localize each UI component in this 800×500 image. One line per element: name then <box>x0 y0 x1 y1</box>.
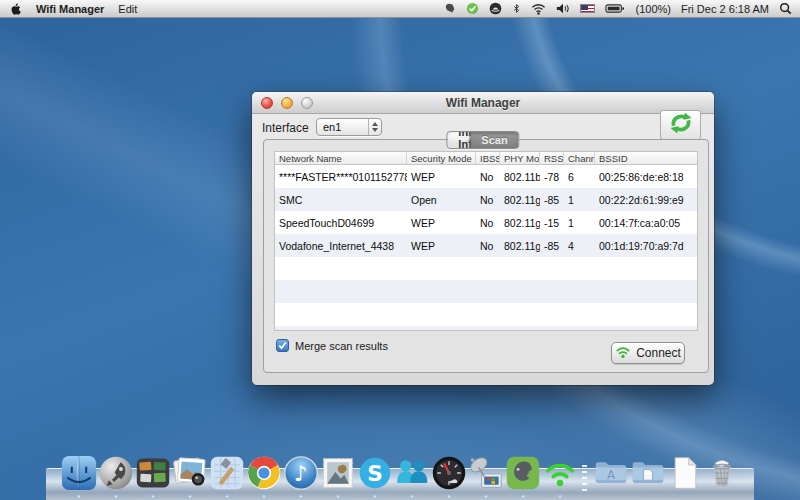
column-header[interactable]: RSSI <box>540 152 564 164</box>
us-flag-icon[interactable] <box>580 4 595 13</box>
table-cell-channel: 1 <box>564 211 595 234</box>
table-cell-rssi: -78 <box>540 165 564 188</box>
wifi-manager-icon[interactable] <box>542 455 578 491</box>
tab-interface-info[interactable]: Interface Info <box>447 132 470 144</box>
refresh-icon <box>668 111 694 139</box>
table-cell-channel: 6 <box>564 165 595 188</box>
table-empty-rows <box>275 257 697 330</box>
table-cell-bssid: 00:25:86:de:e8:18 <box>595 165 698 188</box>
table-cell-phy: 802.11g <box>500 211 540 234</box>
table-cell-security: WEP <box>407 211 476 234</box>
column-header[interactable]: IBSS <box>476 152 500 164</box>
scan-table: Network NameSecurity ModeIBSSPHY ModeRSS… <box>274 151 698 331</box>
table-cell-rssi: -15 <box>540 211 564 234</box>
svg-text:S: S <box>367 461 383 486</box>
skype-icon[interactable]: S <box>357 455 393 491</box>
column-header[interactable]: Security Mode <box>407 152 476 164</box>
table-cell-name: SMC <box>275 188 407 211</box>
launchpad-icon[interactable] <box>98 455 134 491</box>
window-title: Wifi Manager <box>446 96 521 110</box>
table-header-row: Network NameSecurity ModeIBSSPHY ModeRSS… <box>275 152 697 165</box>
table-cell-security: WEP <box>407 234 476 257</box>
applications-folder-icon[interactable]: A <box>593 455 629 491</box>
xcode-icon[interactable] <box>209 455 245 491</box>
green-check-status-icon[interactable] <box>466 2 479 15</box>
window-titlebar[interactable]: Wifi Manager <box>252 92 714 114</box>
mail-icon[interactable] <box>320 455 356 491</box>
table-row[interactable]: SMCOpenNo802.11g-85100:22:2d:61:99:e9 <box>275 188 697 211</box>
wifi-green-icon <box>615 345 631 362</box>
table-cell-channel: 4 <box>564 234 595 257</box>
merge-scan-label: Merge scan results <box>295 340 388 352</box>
evernote-status-icon[interactable] <box>443 2 456 15</box>
dock-items: ♪SA <box>0 455 800 491</box>
svg-text:A: A <box>607 468 615 482</box>
table-cell-ibss: No <box>476 234 500 257</box>
finder-icon[interactable] <box>61 455 97 491</box>
edit-menu[interactable]: Edit <box>118 3 137 15</box>
table-row[interactable]: SpeedTouchD04699WEPNo802.11g-15100:14:7f… <box>275 211 697 234</box>
documents-folder-icon[interactable] <box>630 455 666 491</box>
table-cell-phy: 802.11g <box>500 234 540 257</box>
table-cell-bssid: 00:22:2d:61:99:e9 <box>595 188 698 211</box>
rescan-button[interactable] <box>660 110 701 140</box>
table-cell-channel: 1 <box>564 188 595 211</box>
volume-icon[interactable] <box>556 3 570 14</box>
svg-text:♪: ♪ <box>294 461 308 486</box>
itunes-icon[interactable]: ♪ <box>283 455 319 491</box>
table-cell-bssid: 00:14:7f:ca:a0:05 <box>595 211 698 234</box>
wifi-icon[interactable] <box>531 3 546 15</box>
close-button[interactable] <box>261 97 273 109</box>
apple-menu[interactable] <box>10 2 22 16</box>
wifi-manager-window: Wifi Manager Interface en1 Interface Inf… <box>252 92 714 385</box>
table-cell-ibss: No <box>476 165 500 188</box>
dashboard-icon[interactable] <box>431 455 467 491</box>
table-cell-ibss: No <box>476 211 500 234</box>
table-cell-ibss: No <box>476 188 500 211</box>
menu-bar: Wifi Manager Edit (100%) Fri Dec 2 6:18 … <box>0 0 800 18</box>
table-body: ****FASTER****0101152778WEPNo802.11b-786… <box>275 165 697 330</box>
menu-clock[interactable]: Fri Dec 2 6:18 AM <box>681 3 769 15</box>
merge-scan-checkbox[interactable] <box>276 339 289 352</box>
remote-desktop-icon[interactable] <box>468 455 504 491</box>
dock-separator <box>581 465 590 491</box>
column-header[interactable]: PHY Mode <box>500 152 540 164</box>
iphoto-icon[interactable] <box>172 455 208 491</box>
table-cell-name: Vodafone_Internet_4438 <box>275 234 407 257</box>
table-cell-name: SpeedTouchD04699 <box>275 211 407 234</box>
battery-icon[interactable] <box>605 3 625 14</box>
table-cell-rssi: -85 <box>540 188 564 211</box>
zoom-button[interactable] <box>301 97 313 109</box>
popup-stepper-icon <box>368 119 381 135</box>
table-row[interactable]: Vodafone_Internet_4438WEPNo802.11g-85400… <box>275 234 697 257</box>
connect-button[interactable]: Connect <box>611 342 685 364</box>
interface-label: Interface <box>262 121 309 135</box>
scan-panel: Network NameSecurity ModeIBSSPHY ModeRSS… <box>263 139 709 373</box>
table-cell-rssi: -85 <box>540 234 564 257</box>
table-row[interactable]: ****FASTER****0101152778WEPNo802.11b-786… <box>275 165 697 188</box>
interface-select[interactable]: en1 <box>316 118 382 136</box>
dock: ♪SA <box>0 440 800 500</box>
table-cell-security: Open <box>407 188 476 211</box>
spotlight-icon[interactable] <box>779 2 792 15</box>
table-cell-bssid: 00:1d:19:70:a9:7d <box>595 234 698 257</box>
battery-percentage[interactable]: (100%) <box>635 3 670 15</box>
tab-bar: Interface Info Scan <box>446 131 519 149</box>
alfred-status-icon[interactable] <box>489 2 502 15</box>
minimize-button[interactable] <box>281 97 293 109</box>
table-cell-name: ****FASTER****0101152778 <box>275 165 407 188</box>
bluetooth-icon[interactable] <box>512 2 521 15</box>
table-cell-phy: 802.11g <box>500 188 540 211</box>
tab-scan[interactable]: Scan <box>470 132 518 148</box>
document-file-icon[interactable] <box>667 455 703 491</box>
mission-control-icon[interactable] <box>135 455 171 491</box>
column-header[interactable]: Network Name <box>275 152 407 164</box>
trash-icon[interactable] <box>704 455 740 491</box>
column-header[interactable]: BSSID <box>595 152 698 164</box>
messenger-icon[interactable] <box>394 455 430 491</box>
table-cell-security: WEP <box>407 165 476 188</box>
evernote-icon[interactable] <box>505 455 541 491</box>
column-header[interactable]: Channel <box>564 152 595 164</box>
chrome-icon[interactable] <box>246 455 282 491</box>
app-menu[interactable]: Wifi Manager <box>36 3 104 15</box>
